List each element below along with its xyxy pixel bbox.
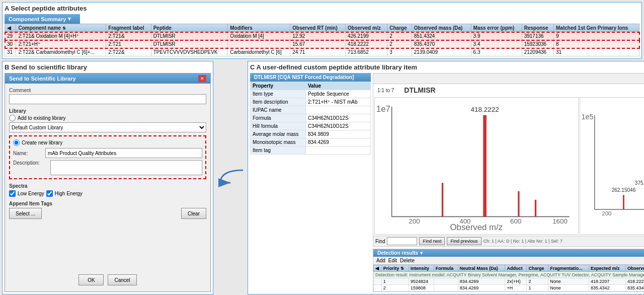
row-fragment-label: 2:T21 xyxy=(106,40,151,48)
col-mass[interactable]: Observed mass (Da) xyxy=(412,24,471,32)
col-peptide[interactable]: Peptide xyxy=(151,24,228,32)
radio-existing-row: Add to existing library xyxy=(9,115,206,121)
find-input[interactable] xyxy=(387,237,417,245)
radio-existing[interactable] xyxy=(9,115,16,121)
th-fragmentation[interactable]: Fragmentatio... xyxy=(548,265,589,272)
prop-value: 2:T21+H⁺ - NIST mAb xyxy=(306,98,371,106)
property-table: Property Value Item type Peptide Sequenc… xyxy=(250,82,371,155)
clear-button[interactable]: Clear xyxy=(181,208,206,219)
spectrum-chart-1: 1e7 Observed m/z 418.2222 xyxy=(374,97,579,235)
prop-property-col: Property xyxy=(251,82,306,90)
row-mass: 835.4370 xyxy=(412,40,471,48)
component-summary-header[interactable]: Component Summary ▾ xyxy=(5,14,80,24)
row-modifiers: Carbamidomethyl C [6] xyxy=(228,48,290,56)
th-observed-mz[interactable]: Observed m/z xyxy=(625,265,644,272)
th-formula[interactable]: Formula xyxy=(434,265,458,272)
row-modifiers: Oxidation M [4] xyxy=(228,32,290,40)
table-row[interactable]: 29 2:T21& Oxidation M [4]+H⁺ 2:T21& DTLM… xyxy=(5,32,639,40)
prop-label: Item type xyxy=(251,90,306,98)
th-expected-mz[interactable]: Expected m/z xyxy=(589,265,626,272)
desc-row: Description: xyxy=(13,160,202,175)
det-expected-mz: 835.4342 xyxy=(589,285,626,291)
svg-text:200: 200 xyxy=(602,210,611,216)
section-b: B Send to scientific library Send to Sci… xyxy=(2,61,213,294)
section-c-label: C A user-defined custom peptide attribut… xyxy=(250,63,644,71)
detection-section: Detection results ▾ Add Edit Delete ◀ xyxy=(373,249,644,292)
row-matched: 31 xyxy=(554,48,639,56)
th-charge[interactable]: Charge xyxy=(527,265,548,272)
prop-value: 834.9809 xyxy=(306,130,371,138)
detection-results-header: Detection results ▾ xyxy=(373,249,644,257)
th-adduct[interactable]: Adduct xyxy=(505,265,527,272)
detection-actions: Add Edit Delete xyxy=(373,257,644,265)
spectrum-charts: 1e7 Observed m/z 418.2222 xyxy=(373,96,644,236)
radio-new[interactable] xyxy=(13,139,20,146)
svg-text:418.2222: 418.2222 xyxy=(471,106,499,113)
row-matched: 8 xyxy=(554,40,639,48)
detection-add-button[interactable]: Add xyxy=(376,258,385,263)
high-energy-checkbox[interactable] xyxy=(46,190,53,197)
col-matched[interactable]: Matched 1st Gen Primary Ions xyxy=(554,24,639,32)
th-intensity[interactable]: Intensity xyxy=(409,265,434,272)
det-neutral-mass: 834.4269 xyxy=(458,285,505,291)
spectra-checkboxes: Low Energy High Energy xyxy=(9,190,206,197)
spectrum-info-label: Ch: 1 | AA: D | No: 1 | Abs No: 1 | Sel:… xyxy=(484,239,562,244)
desc-textarea[interactable] xyxy=(50,160,202,175)
prop-row: Item type Peptide Sequence xyxy=(251,90,371,98)
append-tags-section: Append Item Tags Select ... Clear xyxy=(9,200,206,219)
row-id: 30 xyxy=(5,40,16,48)
th-neutral-mass[interactable]: Neutral Mass (Da) xyxy=(458,265,505,272)
row-mass-error: 3.4 xyxy=(471,40,522,48)
cancel-button[interactable]: Cancel xyxy=(108,274,136,285)
svg-text:Observed m/z: Observed m/z xyxy=(450,223,503,232)
ok-button[interactable]: OK xyxy=(78,274,104,285)
row-component-name: 2:T21+H⁺ xyxy=(16,40,106,48)
col-component-name[interactable]: Component name ⇅ xyxy=(16,24,106,32)
det-priority: 2 xyxy=(381,285,409,291)
det-adduct: 2x(+H) xyxy=(505,278,527,285)
select-button[interactable]: Select ... xyxy=(9,208,42,219)
row-fragment-label: 2:T22& xyxy=(106,48,151,56)
col-modifiers[interactable]: Modifiers xyxy=(228,24,290,32)
row-peptide: DTLMISR xyxy=(151,32,228,40)
name-input[interactable] xyxy=(45,148,202,158)
prop-row: Average molar mass 834.9809 xyxy=(251,130,371,138)
spectrum-number: 1:1 to 7 xyxy=(375,87,396,94)
th-priority[interactable]: Priority ⇅ xyxy=(381,265,409,272)
row-charge: 3 xyxy=(387,48,412,56)
peptide-header: DTLMISR [CQA NIST Forced Degradation] xyxy=(250,73,371,82)
find-prev-button[interactable]: Find previous xyxy=(447,237,481,245)
col-mz[interactable]: Observed m/z xyxy=(346,24,387,32)
col-rt[interactable]: Observed RT (min) xyxy=(290,24,346,32)
col-charge[interactable]: Charge xyxy=(387,24,412,32)
table-row[interactable]: 31 2:T22& Carbamidomethyl C [6]+... 2:T2… xyxy=(5,48,639,56)
find-next-button[interactable]: Find next xyxy=(419,237,445,245)
low-energy-checkbox[interactable] xyxy=(9,190,16,197)
prop-label: Monoisotopic mass xyxy=(251,138,306,146)
detection-row[interactable]: 1 9524824 834.4269 2x(+H) 2 None 418.220… xyxy=(374,278,645,285)
prop-value: Peptide Sequence xyxy=(306,90,371,98)
bottom-row: B Send to scientific library Send to Sci… xyxy=(2,61,642,294)
col-fragment-label[interactable]: Fragment label xyxy=(106,24,151,32)
detection-row[interactable]: 2 159808 834.4269 +H 1 None 835.4342 835… xyxy=(374,285,645,291)
col-response[interactable]: Response xyxy=(522,24,553,32)
col-mass-error[interactable]: Mass error (ppm) xyxy=(471,24,522,32)
row-charge: 2 xyxy=(387,40,412,48)
existing-library-dropdown[interactable]: Default Custom Library xyxy=(9,122,206,132)
comment-input[interactable] xyxy=(9,94,206,104)
prop-row: Hill formula C34H62N10O12S xyxy=(251,122,371,130)
table-row[interactable]: 30 2:T21+H⁺ 2:T21 DTLMISR 15.67 418.2222… xyxy=(5,40,639,48)
dialog-close-button[interactable]: ✕ xyxy=(198,75,206,82)
detection-delete-button[interactable]: Delete xyxy=(400,258,415,263)
spectrum-bottom-bar: Find Find next Find previous Ch: 1 | AA:… xyxy=(373,236,644,246)
detection-edit-button[interactable]: Edit xyxy=(388,258,397,263)
detection-header-label: Detection results xyxy=(377,250,418,256)
det-fragmentation: None xyxy=(548,278,589,285)
radio-existing-label: Add to existing library xyxy=(18,115,66,121)
row-mz: 426.2199 xyxy=(346,32,387,40)
th-sort: ◀ xyxy=(374,265,382,272)
row-peptide: TPEVTCVVVDVSHEDPEVK xyxy=(151,48,228,56)
row-peptide: DTLMISR xyxy=(151,40,228,48)
spectra-section: Spectra Low Energy High Energy xyxy=(9,182,206,197)
library-label: Library xyxy=(9,108,206,114)
